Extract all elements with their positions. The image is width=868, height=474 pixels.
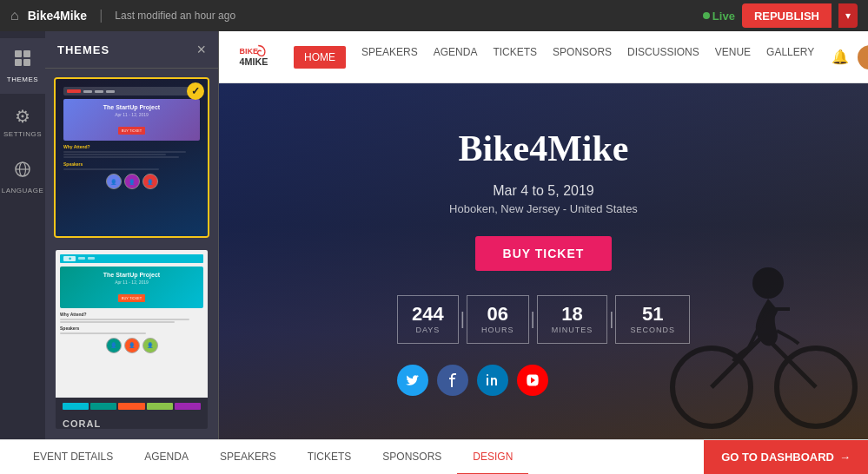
svg-rect-3: [23, 59, 30, 66]
themes-icon: [13, 49, 32, 72]
themes-panel: THEMES × The StartUp Project: [45, 31, 219, 439]
nav-link-gallery[interactable]: GALLERY: [766, 46, 814, 69]
live-dot: [703, 12, 710, 19]
linkedin-button[interactable]: [477, 365, 508, 396]
go-to-dashboard-button[interactable]: GO TO DASHBOARD →: [704, 440, 868, 475]
bottom-bar: EVENT DETAILS AGENDA SPEAKERS TICKETS SP…: [0, 439, 868, 474]
divider-1: |: [459, 309, 467, 329]
twitter-button[interactable]: [397, 365, 428, 396]
svg-rect-1: [23, 50, 30, 57]
divider-2: |: [529, 309, 537, 329]
nav-link-sponsors[interactable]: SPONSORS: [553, 46, 612, 69]
svg-text:4MIKE: 4MIKE: [240, 56, 268, 67]
hero-title: Bike4Mike: [397, 128, 690, 169]
hero-date: Mar 4 to 5, 2019: [397, 183, 690, 199]
countdown-minutes: 18 MINUTES: [537, 295, 608, 344]
top-bar-right: Live REPUBLISH ▾: [703, 3, 858, 28]
youtube-button[interactable]: [517, 365, 548, 396]
preview-nav-right: 🔔 🌐 ENGLISH: [832, 45, 868, 69]
preview-nav-links: HOME SPEAKERS AGENDA TICKETS SPONSORS DI…: [294, 46, 814, 69]
bottom-nav-links: EVENT DETAILS AGENDA SPEAKERS TICKETS SP…: [17, 440, 704, 475]
preview-area: BIKE 4MIKE HOME SPEAKERS AGENDA TICKETS …: [219, 31, 868, 439]
top-bar: ⌂ Bike4Mike | Last modified an hour ago …: [0, 0, 868, 31]
left-sidebar: THEMES ⚙ SETTINGS LANGUAGE: [0, 31, 45, 439]
settings-icon: ⚙: [15, 106, 30, 127]
bottom-nav-sponsors[interactable]: SPONSORS: [367, 440, 457, 475]
preview-nav: BIKE 4MIKE HOME SPEAKERS AGENDA TICKETS …: [219, 31, 868, 83]
nav-link-venue[interactable]: VENUE: [715, 46, 751, 69]
top-bar-left: ⌂ Bike4Mike | Last modified an hour ago: [10, 8, 235, 23]
bottom-nav-speakers[interactable]: SPEAKERS: [204, 440, 292, 475]
republish-dropdown-button[interactable]: ▾: [838, 3, 858, 28]
arrow-icon: →: [839, 451, 851, 464]
separator: |: [99, 8, 103, 23]
countdown-seconds: 51 SECONDS: [615, 295, 690, 344]
nav-link-home[interactable]: HOME: [294, 46, 346, 69]
nav-link-discussions[interactable]: DISCUSSIONS: [627, 46, 699, 69]
preview-hero: Bike4Mike Mar 4 to 5, 2019 Hoboken, New …: [397, 128, 690, 396]
bell-icon[interactable]: 🔔: [832, 49, 849, 65]
svg-point-11: [861, 62, 868, 69]
sidebar-item-language[interactable]: LANGUAGE: [0, 149, 45, 205]
divider-3: |: [607, 309, 615, 329]
logo-icon: BIKE 4MIKE: [236, 42, 268, 73]
main-layout: THEMES ⚙ SETTINGS LANGUAGE THEMES ×: [0, 31, 868, 439]
facebook-button[interactable]: [437, 365, 468, 396]
preview-content: Bike4Mike Mar 4 to 5, 2019 Hoboken, New …: [219, 83, 868, 439]
coral-preview: ◈ The StartUp Project Apr 11 - 12, 2019 …: [56, 250, 208, 398]
theme-card-horizon[interactable]: The StartUp Project Apr 11 - 12, 2019 BU…: [54, 77, 209, 238]
last-modified: Last modified an hour ago: [115, 10, 235, 22]
sidebar-item-themes[interactable]: THEMES: [0, 38, 45, 94]
close-themes-button[interactable]: ×: [196, 42, 206, 57]
buy-ticket-button[interactable]: BUY TICKET: [475, 236, 613, 271]
language-icon: [13, 160, 32, 183]
theme-card-coral[interactable]: ◈ The StartUp Project Apr 11 - 12, 2019 …: [54, 248, 209, 431]
nav-link-speakers[interactable]: SPEAKERS: [361, 46, 418, 69]
social-links: [397, 365, 690, 396]
coral-footer: [56, 398, 208, 415]
preview-logo: BIKE 4MIKE: [236, 42, 268, 73]
bottom-nav-event-details[interactable]: EVENT DETAILS: [17, 440, 129, 475]
home-icon[interactable]: ⌂: [10, 8, 19, 23]
horizon-preview: The StartUp Project Apr 11 - 12, 2019 BU…: [56, 79, 208, 236]
sidebar-item-settings[interactable]: ⚙ SETTINGS: [0, 94, 45, 149]
live-button[interactable]: Live: [703, 10, 735, 23]
svg-rect-2: [15, 59, 22, 66]
themes-label: THEMES: [7, 76, 38, 83]
themes-list: The StartUp Project Apr 11 - 12, 2019 BU…: [45, 69, 218, 439]
svg-point-10: [865, 49, 868, 59]
republish-button[interactable]: REPUBLISH: [742, 3, 832, 28]
hero-location: Hoboken, New Jersey - United States: [397, 202, 690, 215]
svg-rect-0: [15, 50, 22, 57]
site-name: Bike4Mike: [28, 9, 87, 23]
themes-title: THEMES: [57, 43, 109, 56]
horizon-footer: ✎: [56, 236, 208, 238]
language-label: LANGUAGE: [2, 187, 43, 194]
settings-label: SETTINGS: [3, 130, 42, 138]
countdown-hours: 06 HOURS: [467, 295, 529, 344]
coral-name: CORAL: [56, 415, 208, 431]
svg-point-21: [752, 267, 784, 299]
theme-selected-check: ✓: [187, 82, 204, 100]
user-avatar[interactable]: [858, 45, 868, 69]
countdown-days: 244 DAYS: [397, 295, 459, 344]
themes-header: THEMES ×: [45, 31, 218, 69]
bottom-nav-design[interactable]: DESIGN: [457, 440, 528, 475]
nav-link-tickets[interactable]: TICKETS: [493, 46, 537, 69]
countdown: 244 DAYS | 06 HOURS | 18 MINUTES |: [397, 295, 690, 344]
svg-text:BIKE: BIKE: [240, 47, 259, 56]
svg-line-16: [712, 352, 746, 387]
bottom-nav-tickets[interactable]: TICKETS: [292, 440, 368, 475]
bottom-nav-agenda[interactable]: AGENDA: [129, 440, 204, 475]
nav-link-agenda[interactable]: AGENDA: [434, 46, 478, 69]
